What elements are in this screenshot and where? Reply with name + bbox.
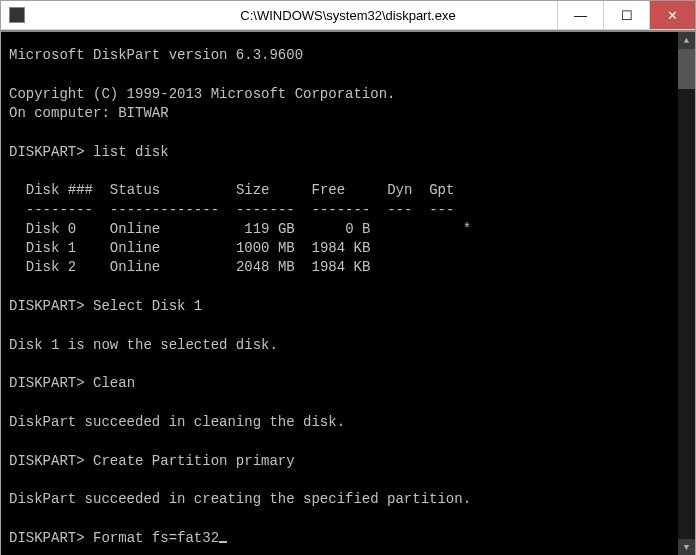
terminal[interactable]: Microsoft DiskPart version 6.3.9600 Copy… xyxy=(1,32,678,555)
sep-disk: -------- xyxy=(26,202,93,218)
version-line: Microsoft DiskPart version 6.3.9600 xyxy=(9,47,303,63)
cell-disk0: Disk 0 xyxy=(26,221,76,237)
cell-status0: Online xyxy=(110,221,160,237)
cursor xyxy=(219,541,227,543)
sep-status: ------------- xyxy=(110,202,219,218)
scroll-down-icon[interactable]: ▼ xyxy=(678,539,695,555)
sep-free: ------- xyxy=(312,202,371,218)
diskpart-window: C:\WINDOWS\system32\diskpart.exe — ☐ ✕ M… xyxy=(0,0,696,555)
cell-disk1: Disk 1 xyxy=(26,240,76,256)
msg-clean: DiskPart succeeded in cleaning the disk. xyxy=(9,414,345,430)
cmd-create: Create Partition primary xyxy=(93,453,295,469)
th-disk: Disk ### xyxy=(26,182,93,198)
cell-size0: 119 GB xyxy=(244,221,294,237)
scrollbar-track[interactable] xyxy=(678,49,695,539)
maximize-button[interactable]: ☐ xyxy=(603,1,649,29)
th-dyn: Dyn xyxy=(387,182,412,198)
window-controls: — ☐ ✕ xyxy=(557,1,695,29)
prompt: DISKPART> xyxy=(9,375,85,391)
cell-size2: 2048 MB xyxy=(236,259,295,275)
cell-status1: Online xyxy=(110,240,160,256)
sep-gpt: --- xyxy=(429,202,454,218)
copyright-line: Copyright (C) 1999-2013 Microsoft Corpor… xyxy=(9,86,395,102)
cmd-list-disk: list disk xyxy=(93,144,169,160)
cmd-clean: Clean xyxy=(93,375,135,391)
cell-status2: Online xyxy=(110,259,160,275)
prompt: DISKPART> xyxy=(9,298,85,314)
cmd-format: Format fs=fat32 xyxy=(93,530,219,546)
msg-selected: Disk 1 is now the selected disk. xyxy=(9,337,278,353)
th-gpt: Gpt xyxy=(429,182,454,198)
prompt: DISKPART> xyxy=(9,453,85,469)
computer-line: On computer: BITWAR xyxy=(9,105,169,121)
cell-free0: 0 B xyxy=(345,221,370,237)
prompt: DISKPART> xyxy=(9,530,85,546)
prompt: DISKPART> xyxy=(9,144,85,160)
app-icon xyxy=(9,7,25,23)
window-title: C:\WINDOWS\system32\diskpart.exe xyxy=(240,8,455,23)
cell-free2: 1984 KB xyxy=(312,259,371,275)
cell-size1: 1000 MB xyxy=(236,240,295,256)
msg-create: DiskPart succeeded in creating the speci… xyxy=(9,491,471,507)
scroll-up-icon[interactable]: ▲ xyxy=(678,32,695,49)
scrollbar-thumb[interactable] xyxy=(678,49,695,89)
cmd-select: Select Disk 1 xyxy=(93,298,202,314)
sep-size: ------- xyxy=(236,202,295,218)
cell-free1: 1984 KB xyxy=(312,240,371,256)
th-status: Status xyxy=(110,182,160,198)
minimize-button[interactable]: — xyxy=(557,1,603,29)
sep-dyn: --- xyxy=(387,202,412,218)
cell-gpt0: * xyxy=(463,221,471,237)
th-size: Size xyxy=(236,182,270,198)
close-button[interactable]: ✕ xyxy=(649,1,695,29)
titlebar[interactable]: C:\WINDOWS\system32\diskpart.exe — ☐ ✕ xyxy=(1,1,695,30)
terminal-wrap: Microsoft DiskPart version 6.3.9600 Copy… xyxy=(1,30,695,555)
scrollbar[interactable]: ▲ ▼ xyxy=(678,32,695,555)
th-free: Free xyxy=(312,182,346,198)
cell-disk2: Disk 2 xyxy=(26,259,76,275)
